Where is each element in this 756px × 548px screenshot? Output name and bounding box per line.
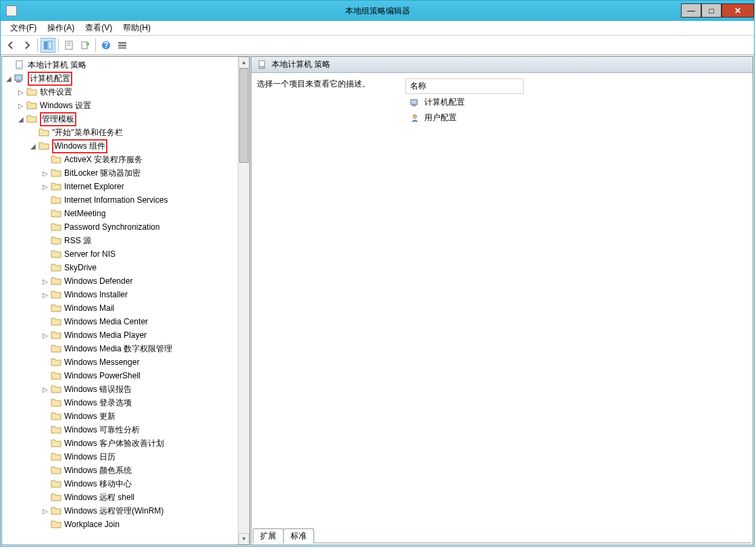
menu-help[interactable]: 帮助(H) bbox=[118, 21, 156, 35]
tree-label: 软件设置 bbox=[40, 86, 72, 98]
filter-button[interactable] bbox=[115, 38, 130, 53]
folder-icon bbox=[51, 182, 61, 191]
collapse-icon[interactable]: ◢ bbox=[5, 75, 13, 82]
tree-scroll[interactable]: 本地计算机 策略◢计算机配置▷软件设置▷Windows 设置◢管理模板"开始"菜… bbox=[2, 57, 238, 545]
list-item[interactable]: 计算机配置 bbox=[405, 95, 747, 109]
expand-icon[interactable]: ▷ bbox=[41, 507, 49, 515]
menu-action[interactable]: 操作(A) bbox=[42, 21, 80, 35]
svg-text:?: ? bbox=[103, 41, 108, 50]
scroll-thumb[interactable] bbox=[239, 68, 249, 163]
tree-item[interactable]: ▷Windows Installer bbox=[3, 288, 236, 301]
tree-item[interactable]: ▷Windows Media Player bbox=[3, 328, 236, 342]
expand-icon[interactable]: ▷ bbox=[41, 386, 49, 393]
forward-button[interactable] bbox=[20, 38, 34, 53]
tree-label: ActiveX 安装程序服务 bbox=[64, 154, 143, 166]
tree-item[interactable]: ▷Windows Defender bbox=[3, 274, 236, 288]
tree-label: 本地计算机 策略 bbox=[28, 59, 86, 71]
svg-rect-14 bbox=[16, 81, 21, 82]
back-button[interactable] bbox=[3, 38, 18, 53]
scroll-down-button[interactable]: ▼ bbox=[238, 533, 249, 545]
tree-item[interactable]: Windows Media 数字权限管理 bbox=[3, 342, 236, 355]
menu-file[interactable]: 文件(F) bbox=[5, 21, 42, 35]
tree-pane: 本地计算机 策略◢计算机配置▷软件设置▷Windows 设置◢管理模板"开始"菜… bbox=[1, 56, 250, 545]
menubar: 文件(F) 操作(A) 查看(V) 帮助(H) bbox=[1, 21, 754, 36]
tree-item[interactable]: ▷BitLocker 驱动器加密 bbox=[3, 166, 236, 180]
tree-item[interactable]: Password Synchronization bbox=[3, 220, 236, 234]
tree-windows-components[interactable]: ◢Windows 组件 bbox=[3, 139, 236, 153]
tree-item[interactable]: Server for NIS bbox=[3, 247, 236, 261]
scroll-track[interactable] bbox=[238, 68, 249, 533]
expand-icon[interactable]: ▷ bbox=[41, 332, 49, 339]
tree-item[interactable]: Windows 颜色系统 bbox=[3, 464, 236, 477]
tree-windows-settings[interactable]: ▷Windows 设置 bbox=[3, 99, 236, 112]
tree-item[interactable]: ▷Windows 远程管理(WinRM) bbox=[3, 504, 236, 518]
tab-standard[interactable]: 标准 bbox=[283, 528, 314, 543]
details-title: 本地计算机 策略 bbox=[272, 59, 330, 70]
tree-item[interactable]: Windows PowerShell bbox=[3, 369, 236, 382]
tree-item[interactable]: Windows 客户体验改善计划 bbox=[3, 437, 236, 450]
tree-item[interactable]: Windows 远程 shell bbox=[3, 491, 236, 504]
svg-rect-16 bbox=[259, 66, 265, 68]
expand-icon[interactable]: ▷ bbox=[17, 102, 25, 109]
tree-item[interactable]: Workplace Join bbox=[3, 518, 236, 531]
tab-extended[interactable]: 扩展 bbox=[253, 528, 284, 543]
tree-label: Internet Information Services bbox=[64, 195, 168, 205]
tree-software-settings[interactable]: ▷软件设置 bbox=[3, 85, 236, 99]
list-item[interactable]: 用户配置 bbox=[405, 111, 747, 125]
folder-icon bbox=[26, 101, 37, 110]
tree-item[interactable]: Internet Information Services bbox=[3, 193, 236, 207]
scroll-up-button[interactable]: ▲ bbox=[238, 57, 249, 68]
tree-item[interactable]: Windows 更新 bbox=[3, 409, 236, 423]
folder-icon bbox=[51, 520, 61, 529]
tree-item[interactable]: Windows Messenger bbox=[3, 355, 236, 369]
tree-item[interactable]: Windows 移动中心 bbox=[3, 477, 236, 491]
maximize-button[interactable]: □ bbox=[701, 3, 722, 18]
svg-rect-17 bbox=[411, 99, 418, 104]
tree-item[interactable]: ▷Internet Explorer bbox=[3, 180, 236, 193]
tree-label: Windows 颜色系统 bbox=[64, 465, 132, 476]
folder-icon bbox=[51, 330, 61, 340]
collapse-icon[interactable]: ◢ bbox=[29, 143, 37, 150]
tree-root[interactable]: 本地计算机 策略 bbox=[3, 58, 236, 72]
show-tree-button[interactable] bbox=[41, 38, 55, 53]
tree-item[interactable]: ▷Windows 错误报告 bbox=[3, 382, 236, 396]
tree-label: Windows 客户体验改善计划 bbox=[64, 438, 164, 449]
tree-label: BitLocker 驱动器加密 bbox=[64, 168, 141, 179]
tree-label: Windows 远程管理(WinRM) bbox=[64, 505, 163, 517]
column-header-name[interactable]: 名称 bbox=[405, 78, 524, 94]
folder-icon bbox=[51, 276, 61, 286]
tree-item[interactable]: SkyDrive bbox=[3, 261, 236, 274]
menu-view[interactable]: 查看(V) bbox=[80, 21, 118, 35]
properties-button[interactable] bbox=[61, 38, 76, 53]
folder-icon bbox=[51, 506, 61, 516]
expand-icon[interactable]: ▷ bbox=[41, 170, 49, 177]
tree-item[interactable]: ActiveX 安装程序服务 bbox=[3, 153, 236, 166]
svg-rect-10 bbox=[118, 47, 126, 49]
expand-icon[interactable]: ▷ bbox=[17, 89, 25, 96]
window-title: 本地组策略编辑器 bbox=[345, 5, 410, 17]
svg-rect-1 bbox=[48, 41, 52, 49]
tree-item[interactable]: NetMeeting bbox=[3, 207, 236, 220]
tree-item[interactable]: Windows 登录选项 bbox=[3, 396, 236, 409]
folder-icon bbox=[39, 141, 49, 151]
export-button[interactable] bbox=[78, 38, 93, 53]
tree-item[interactable]: Windows 日历 bbox=[3, 450, 236, 464]
expand-icon[interactable]: ▷ bbox=[41, 278, 49, 285]
document-icon bbox=[257, 60, 268, 70]
tree-start-menu[interactable]: "开始"菜单和任务栏 bbox=[3, 126, 236, 139]
policy-icon bbox=[14, 60, 25, 70]
expand-icon[interactable]: ▷ bbox=[41, 183, 49, 191]
close-button[interactable]: ✕ bbox=[722, 3, 754, 18]
collapse-icon[interactable]: ◢ bbox=[17, 116, 25, 123]
expand-icon[interactable]: ▷ bbox=[41, 291, 49, 299]
tree-computer-config[interactable]: ◢计算机配置 bbox=[3, 72, 236, 85]
help-button[interactable]: ? bbox=[99, 38, 114, 53]
tree-scrollbar[interactable]: ▲ ▼ bbox=[238, 57, 249, 545]
tree-item[interactable]: Windows Mail bbox=[3, 301, 236, 315]
tree-item[interactable]: Windows Media Center bbox=[3, 315, 236, 328]
tree-item[interactable]: Windows 可靠性分析 bbox=[3, 423, 236, 437]
tree-item[interactable]: RSS 源 bbox=[3, 234, 236, 247]
tree-admin-templates[interactable]: ◢管理模板 bbox=[3, 112, 236, 126]
minimize-button[interactable]: — bbox=[681, 3, 701, 18]
toolbar-separator bbox=[58, 39, 59, 52]
